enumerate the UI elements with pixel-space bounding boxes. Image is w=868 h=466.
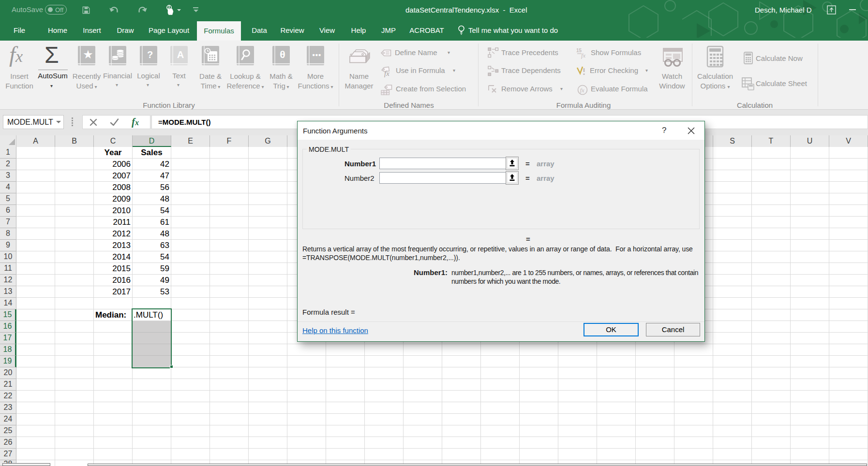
svg-text:fx: fx [384, 70, 389, 77]
svg-text:fx: fx [580, 87, 585, 94]
svg-text:fx: fx [581, 52, 586, 59]
